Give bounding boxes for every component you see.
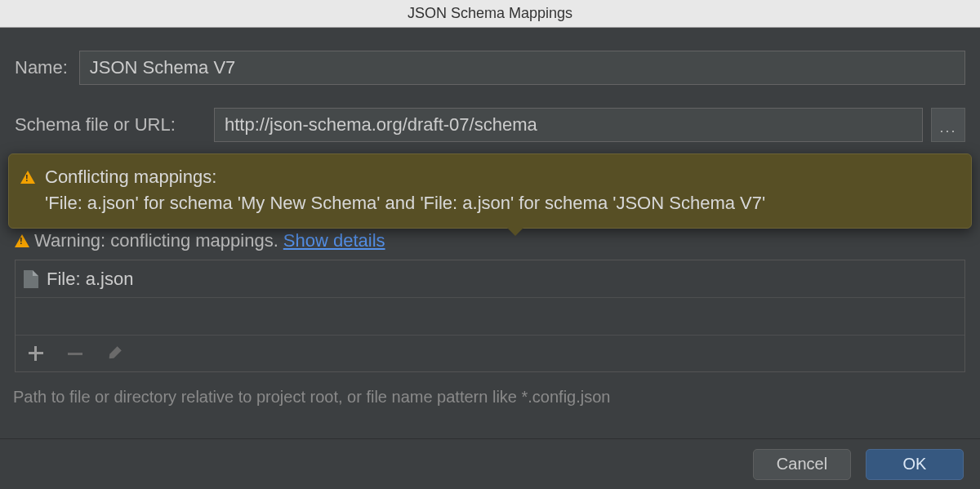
schema-url-input[interactable] — [214, 108, 923, 142]
pencil-icon — [104, 343, 124, 363]
warning-icon — [15, 234, 29, 247]
dialog-content: Name: Schema file or URL: ... — [0, 28, 980, 142]
list-item-label: File: a.json — [47, 269, 133, 290]
list-empty-row — [16, 298, 964, 336]
tooltip-heading: Conflicting mappings: — [45, 164, 216, 190]
cancel-button-label: Cancel — [777, 455, 827, 473]
dialog-footer: Cancel OK — [0, 438, 980, 489]
schema-row: Schema file or URL: ... — [15, 108, 965, 142]
schema-label: Schema file or URL: — [15, 114, 203, 136]
cancel-button[interactable]: Cancel — [753, 449, 851, 480]
remove-button[interactable] — [66, 345, 84, 362]
show-details-link[interactable]: Show details — [283, 230, 385, 251]
name-label: Name: — [15, 57, 68, 78]
list-item[interactable]: File: a.json — [16, 260, 964, 298]
dialog-title-text: JSON Schema Mappings — [408, 5, 572, 22]
ok-button[interactable]: OK — [866, 449, 964, 480]
dialog-title: JSON Schema Mappings — [0, 0, 980, 28]
warning-text: Warning: conflicting mappings. — [34, 230, 278, 251]
ellipsis-icon: ... — [939, 119, 956, 136]
conflict-tooltip: Conflicting mappings: 'File: a.json' for… — [8, 153, 972, 229]
warning-line: Warning: conflicting mappings. Show deta… — [15, 230, 385, 251]
name-input[interactable] — [79, 51, 965, 85]
file-icon — [24, 270, 38, 288]
ok-button-label: OK — [903, 455, 927, 473]
edit-button[interactable] — [105, 345, 123, 362]
add-button[interactable] — [27, 345, 45, 362]
warning-icon — [20, 171, 35, 184]
name-row: Name: — [15, 51, 965, 85]
mappings-list: File: a.json — [15, 260, 965, 372]
tooltip-body: 'File: a.json' for schema 'My New Schema… — [45, 190, 960, 216]
tooltip-tail — [507, 228, 523, 236]
help-text: Path to file or directory relative to pr… — [13, 388, 610, 407]
browse-button[interactable]: ... — [931, 108, 965, 142]
list-toolbar — [16, 336, 964, 371]
